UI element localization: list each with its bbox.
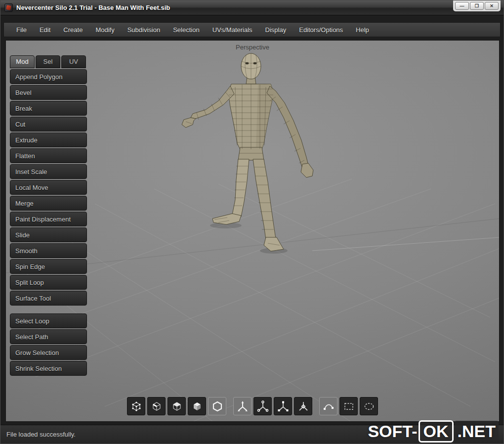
tool-button-label: Merge — [15, 200, 34, 207]
tool-button[interactable]: Append Polygon — [10, 69, 87, 84]
tool-sidebar: Mod Sel UV Append Polygon Bevel Break Cu… — [10, 55, 87, 377]
tool-button-label: Bevel — [15, 89, 32, 96]
object-mode-icon[interactable] — [188, 397, 206, 415]
tool-button[interactable]: Slide — [10, 227, 87, 242]
tool-button[interactable]: Paint Displacement — [10, 212, 87, 226]
menu-item-label: Display — [265, 26, 287, 34]
tab-sel[interactable]: Sel — [36, 55, 60, 68]
tool-button[interactable]: Flatten — [10, 148, 87, 163]
watermark-boxed: OK — [419, 420, 454, 443]
maximize-button[interactable]: ❐ — [470, 2, 484, 10]
watermark-suffix: .NET — [455, 421, 499, 442]
curve-tool-icon[interactable] — [319, 397, 337, 415]
move-tripod-glyph — [236, 400, 249, 413]
tool-button[interactable]: Inset Scale — [10, 164, 87, 179]
watermark: SOFT-OK.NET — [368, 420, 499, 443]
rotate-manipulator-icon[interactable] — [253, 397, 272, 415]
menu-item[interactable]: Edit — [33, 23, 57, 37]
tool-button-label: Flatten — [15, 152, 35, 160]
tool-button[interactable]: Extrude — [10, 133, 87, 147]
polygon-mode-icon[interactable] — [208, 397, 226, 415]
universal-manipulator-icon[interactable] — [294, 397, 312, 415]
menu-item[interactable]: Help — [349, 23, 376, 37]
lasso-ellipse-glyph — [363, 400, 376, 413]
selection-shape-group — [319, 397, 378, 415]
edge-mode-icon[interactable] — [147, 397, 166, 415]
selection-tool-button[interactable]: Select Path — [10, 329, 87, 344]
selection-tool-button[interactable]: Grow Selection — [10, 345, 87, 360]
menu-item-label: Subdivision — [127, 26, 161, 34]
rotate-tripod-glyph — [256, 400, 269, 413]
menu-item[interactable]: Editors/Options — [293, 23, 349, 37]
tool-button-label: Break — [15, 105, 32, 112]
tool-button[interactable]: Bevel — [10, 85, 87, 100]
selection-tool-label: Select Loop — [15, 317, 49, 325]
tool-button[interactable]: Merge — [10, 196, 87, 211]
face-mode-icon[interactable] — [168, 397, 186, 415]
tool-button[interactable]: Split Loop — [10, 275, 87, 290]
vertex-mode-icon[interactable] — [127, 397, 145, 415]
watermark-prefix: SOFT- — [368, 422, 417, 441]
tool-button-label: Surface Tool — [15, 295, 51, 302]
selection-tools-list: Select Loop Select Path Grow Selection S… — [10, 313, 87, 376]
tool-button-label: Inset Scale — [15, 168, 47, 176]
tool-button[interactable]: Break — [10, 101, 87, 116]
close-button[interactable]: ✕ — [485, 2, 499, 10]
scale-manipulator-icon[interactable] — [274, 397, 292, 415]
menu-item-label: Help — [356, 26, 369, 34]
menu-item[interactable]: UVs/Materials — [206, 23, 259, 37]
model-base-man[interactable] — [179, 51, 322, 289]
menu-item[interactable]: Display — [259, 23, 293, 37]
menu-item[interactable]: Modify — [89, 23, 121, 37]
tool-button[interactable]: Smooth — [10, 243, 87, 258]
menu-bar: File Edit Create Modify Subdivision Sele… — [3, 22, 501, 37]
face-cube-glyph — [170, 400, 183, 413]
tool-button[interactable]: Spin Edge — [10, 259, 87, 274]
tool-button-label: Local Move — [15, 184, 48, 191]
selection-tool-label: Shrink Selection — [15, 365, 62, 372]
tool-button[interactable]: Local Move — [10, 180, 87, 195]
minimize-button[interactable]: — — [455, 2, 469, 10]
app-icon — [4, 3, 13, 12]
tool-button-label: Paint Displacement — [15, 216, 71, 223]
tool-button-label: Cut — [15, 121, 25, 128]
menu-item-label: Create — [63, 26, 83, 34]
menu-item-label: Selection — [173, 26, 199, 34]
move-manipulator-icon[interactable] — [233, 397, 252, 415]
menu-item-label: UVs/Materials — [212, 26, 252, 34]
sidebar-tabs: Mod Sel UV — [10, 55, 87, 68]
menu-item-label: File — [16, 26, 27, 34]
perspective-viewport[interactable]: Perspective — [5, 40, 500, 422]
app-window: Nevercenter Silo 2.1 Trial - Base Man Wi… — [0, 0, 504, 444]
curve-glyph — [322, 400, 335, 413]
tool-button[interactable]: Cut — [10, 117, 87, 132]
menu-item-label: Edit — [40, 26, 50, 34]
tool-button-label: Split Loop — [15, 279, 44, 286]
scale-tripod-glyph — [277, 400, 290, 413]
rectangle-select-icon[interactable] — [339, 397, 358, 415]
title-bar[interactable]: Nevercenter Silo 2.1 Trial - Base Man Wi… — [0, 0, 504, 15]
selection-tool-button[interactable]: Select Loop — [10, 313, 87, 328]
menu-item[interactable]: File — [10, 23, 33, 37]
manipulator-group — [233, 397, 312, 415]
modeling-tools-list: Append Polygon Bevel Break Cut Extrude F… — [10, 69, 87, 306]
lasso-select-icon[interactable] — [360, 397, 378, 415]
selection-tool-label: Grow Selection — [15, 349, 59, 356]
tab-mod[interactable]: Mod — [10, 55, 35, 68]
selection-tool-button[interactable]: Shrink Selection — [10, 361, 87, 376]
selection-tool-label: Select Path — [15, 333, 48, 341]
window-title: Nevercenter Silo 2.1 Trial - Base Man Wi… — [16, 4, 170, 11]
menu-item[interactable]: Selection — [167, 23, 206, 37]
menu-item-label: Editors/Options — [299, 26, 343, 34]
vertex-cube-glyph — [130, 400, 143, 413]
tool-button-label: Extrude — [15, 136, 38, 144]
group-gap — [10, 307, 87, 313]
tab-uv[interactable]: UV — [61, 55, 86, 68]
tool-button[interactable]: Surface Tool — [10, 291, 87, 306]
menu-item[interactable]: Create — [57, 23, 89, 37]
tool-button-label: Append Polygon — [15, 73, 62, 81]
hexagon-glyph — [211, 400, 224, 413]
marquee-rect-glyph — [342, 400, 355, 413]
menu-item[interactable]: Subdivision — [121, 23, 167, 37]
menu-item-label: Modify — [95, 26, 114, 34]
